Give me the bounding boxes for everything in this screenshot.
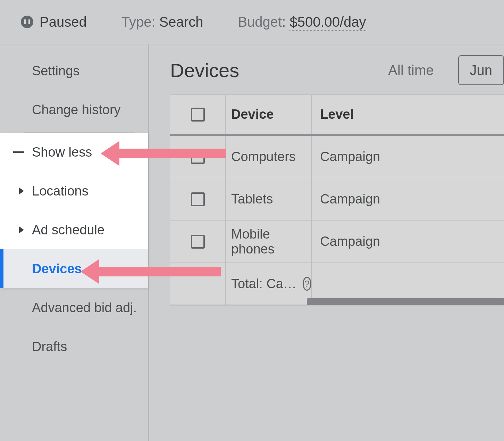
sidebar-item-locations[interactable]: Locations	[0, 172, 148, 210]
sidebar-item-label: Advanced bid adj.	[32, 300, 137, 315]
campaign-header: Paused Type: Search Budget: $500.00/day	[0, 0, 504, 44]
horizontal-scrollbar[interactable]	[307, 298, 504, 305]
sidebar-item-advanced-bid-adj[interactable]: Advanced bid adj.	[0, 288, 148, 327]
date-range-picker[interactable]: Jun	[458, 55, 504, 85]
budget-value: $500.00/day	[289, 14, 366, 31]
type-label: Type:	[121, 14, 156, 30]
checkbox-icon[interactable]	[191, 235, 205, 249]
col-header-level[interactable]: Level	[312, 95, 504, 134]
cell-level: Campaign	[312, 220, 504, 263]
col-header-device[interactable]: Device	[226, 95, 312, 134]
table-row[interactable]: Mobile phones Campaign	[170, 220, 504, 263]
sidebar-item-settings[interactable]: Settings	[0, 51, 148, 90]
annotation-arrow	[95, 267, 221, 276]
cell-device: Computers	[226, 136, 312, 178]
table-header-row: Device Level	[170, 95, 504, 136]
campaign-type: Type: Search	[121, 14, 203, 30]
sidebar-item-label: Change history	[32, 102, 121, 117]
content-header: Devices All time Jun	[170, 53, 504, 88]
cell-device: Mobile phones	[226, 220, 312, 263]
sidebar-item-label: Ad schedule	[32, 223, 104, 238]
select-all-cell[interactable]	[170, 95, 226, 134]
sidebar-item-label: Drafts	[32, 339, 67, 354]
type-value: Search	[159, 14, 203, 30]
sidebar-item-ad-schedule[interactable]: Ad schedule	[0, 210, 148, 249]
total-label: Total: Ca…	[231, 276, 296, 291]
campaign-status[interactable]: Paused	[21, 14, 87, 30]
sidebar-item-label: Locations	[32, 184, 89, 199]
sidebar: Settings Change history Show less Locati…	[0, 44, 149, 441]
chevron-right-icon	[19, 188, 24, 194]
campaign-budget[interactable]: Budget: $500.00/day	[238, 14, 366, 30]
sidebar-item-drafts[interactable]: Drafts	[0, 327, 148, 366]
time-filter[interactable]: All time	[388, 63, 434, 78]
checkbox-icon[interactable]	[191, 192, 205, 206]
minus-icon	[13, 151, 24, 153]
annotation-arrow	[115, 149, 226, 158]
budget-label: Budget:	[238, 14, 286, 30]
date-range-value: Jun	[470, 63, 493, 78]
total-label-cell: Total: Ca… ?	[226, 263, 312, 305]
chevron-right-icon	[19, 226, 24, 233]
row-select-cell[interactable]	[170, 178, 226, 220]
sidebar-item-change-history[interactable]: Change history	[0, 90, 148, 129]
cell-device: Tablets	[226, 178, 312, 220]
sidebar-item-label: Settings	[32, 64, 79, 78]
checkbox-icon[interactable]	[191, 108, 205, 122]
sidebar-item-label: Devices	[32, 261, 82, 276]
content-area: Devices All time Jun Device Level	[149, 44, 504, 441]
main-area: Settings Change history Show less Locati…	[0, 44, 504, 441]
status-text: Paused	[40, 14, 87, 30]
table-row[interactable]: Tablets Campaign	[170, 178, 504, 220]
cell-level: Campaign	[312, 178, 504, 220]
pause-icon	[21, 16, 33, 28]
help-icon[interactable]: ?	[303, 277, 311, 291]
cell-level: Campaign	[312, 136, 504, 178]
sidebar-item-label: Show less	[32, 145, 92, 160]
row-select-cell[interactable]	[170, 220, 226, 263]
page-title: Devices	[170, 59, 239, 82]
